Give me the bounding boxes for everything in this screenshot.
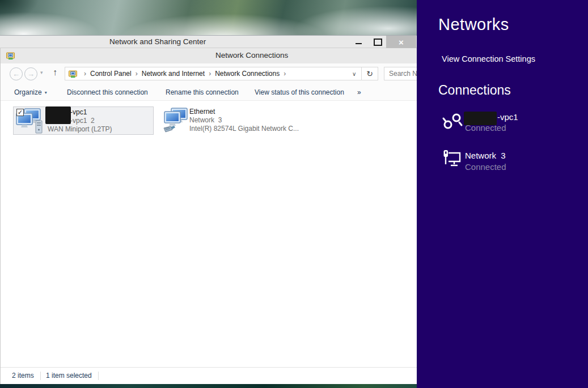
- refresh-icon: ↻: [366, 69, 373, 78]
- status-separator: [40, 372, 41, 380]
- network-sharing-center-titlebar[interactable]: Network and Sharing Center ×: [0, 35, 417, 48]
- recent-pages-dropdown[interactable]: ▾: [40, 70, 43, 75]
- connections-list: ✓ -vpc1 -vpc1 2 WAN Miniport (L2TP): [1, 101, 417, 367]
- forward-button[interactable]: →: [24, 67, 37, 80]
- minimize-button[interactable]: [350, 36, 366, 48]
- network-connections-folder-icon: [69, 69, 78, 78]
- item-text: Ethernet Network 3 Intel(R) 82574L Gigab…: [189, 108, 299, 133]
- forward-icon: →: [27, 70, 35, 78]
- up-icon: ↑: [53, 67, 57, 77]
- back-button[interactable]: ←: [10, 67, 23, 80]
- window-title: Network Connections: [215, 51, 288, 59]
- minimize-icon: [356, 43, 362, 44]
- connection-name: Ethernet: [189, 108, 299, 116]
- breadcrumb-separator-icon: ›: [84, 70, 86, 78]
- panel-network-status: Connected: [465, 162, 506, 172]
- rename-connection-button[interactable]: Rename this connection: [166, 88, 239, 96]
- redaction-box: [45, 106, 71, 124]
- refresh-button[interactable]: ↻: [361, 67, 378, 80]
- organize-button[interactable]: Organize▾: [14, 88, 47, 96]
- ethernet-connection-icon: [162, 108, 191, 134]
- disconnect-connection-button[interactable]: Disconnect this connection: [67, 88, 148, 96]
- panel-vpn-name[interactable]: -vpc1: [497, 112, 518, 122]
- panel-vpn-status: Connected: [465, 123, 506, 133]
- network-sharing-center-title: Network and Sharing Center: [109, 37, 206, 46]
- item-count: 2 items: [12, 372, 34, 380]
- maximize-icon: [374, 39, 382, 46]
- command-toolbar: Organize▾ Disconnect this connection Ren…: [1, 84, 417, 101]
- chevron-down-icon: ▾: [40, 70, 43, 75]
- item-checkbox[interactable]: ✓: [16, 109, 24, 116]
- status-bar: 2 items 1 item selected: [1, 367, 417, 384]
- wired-network-icon[interactable]: [442, 148, 462, 169]
- networks-panel: Networks View Connection Settings Connec…: [417, 0, 588, 388]
- list-item-vpn-connection[interactable]: ✓ -vpc1 -vpc1 2 WAN Miniport (L2TP): [13, 106, 154, 135]
- connection-device: Intel(R) 82574L Gigabit Network C...: [189, 125, 299, 133]
- view-status-button[interactable]: View status of this connection: [255, 88, 344, 96]
- panel-title: Networks: [438, 15, 509, 34]
- network-connections-window: Network Connections ← → ▾ ↑ › Control Pa…: [0, 48, 417, 384]
- check-icon: ✓: [18, 109, 23, 116]
- breadcrumb-control-panel[interactable]: Control Panel: [90, 70, 132, 78]
- panel-network-name[interactable]: Network 3: [465, 151, 506, 160]
- breadcrumb-network-and-internet[interactable]: Network and Internet: [142, 70, 205, 78]
- screen: Network and Sharing Center × Network Con…: [0, 0, 588, 388]
- address-dropdown-button[interactable]: ∨: [347, 71, 361, 77]
- vpn-icon[interactable]: [442, 111, 463, 133]
- search-placeholder: Search N: [384, 70, 417, 78]
- toolbar-overflow-button[interactable]: »: [357, 88, 361, 96]
- view-connection-settings-link[interactable]: View Connection Settings: [442, 54, 535, 63]
- window-titlebar[interactable]: Network Connections: [1, 48, 417, 63]
- maximize-button[interactable]: [370, 36, 386, 48]
- status-separator: [98, 372, 99, 380]
- connection-network: Network 3: [189, 116, 299, 125]
- close-icon: ×: [399, 37, 404, 47]
- close-button[interactable]: ×: [386, 36, 416, 48]
- back-icon: ←: [12, 70, 20, 78]
- address-breadcrumb-bar[interactable]: › Control Panel › Network and Internet ›…: [65, 67, 378, 80]
- connections-section-title: Connections: [438, 83, 511, 98]
- breadcrumb-separator-icon: ›: [284, 70, 286, 78]
- connection-device: WAN Miniport (L2TP): [48, 125, 112, 134]
- list-item-ethernet-connection[interactable]: Ethernet Network 3 Intel(R) 82574L Gigab…: [162, 106, 303, 135]
- breadcrumb-separator-icon: ›: [136, 70, 138, 78]
- up-button[interactable]: ↑: [53, 67, 57, 78]
- breadcrumb-network-connections[interactable]: Network Connections: [215, 70, 280, 78]
- chevron-down-icon: ▾: [45, 90, 47, 95]
- address-bar-row: ← → ▾ ↑ › Control Panel › Network and In…: [1, 63, 417, 84]
- chevron-down-icon: ∨: [352, 71, 356, 77]
- breadcrumb-separator-icon: ›: [209, 70, 211, 78]
- selection-count: 1 item selected: [46, 372, 92, 380]
- network-connections-folder-icon: [6, 51, 15, 60]
